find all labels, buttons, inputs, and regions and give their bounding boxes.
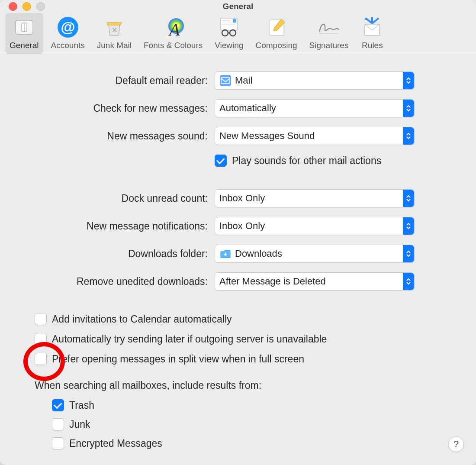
sound-label: New messages sound: [35,130,215,142]
popup-arrows-icon [403,127,414,145]
play-sounds-label: Play sounds for other mail actions [232,155,381,167]
remove-downloads-popup[interactable]: After Message is Deleted [215,272,415,291]
tab-viewing[interactable]: Viewing [210,13,248,54]
popup-value: Inbox Only [219,220,265,232]
svg-rect-9 [233,19,236,23]
tab-label: General [10,41,39,50]
search-results-heading: When searching all mailboxes, include re… [35,380,441,391]
auto-retry-send-checkbox[interactable] [35,333,47,345]
tab-accounts[interactable]: @ Accounts [47,13,89,54]
tab-label: Signatures [309,41,349,50]
svg-point-14 [230,30,236,36]
popup-arrows-icon [403,245,414,262]
tab-label: Fonts & Colours [144,41,203,50]
tab-label: Viewing [215,41,243,50]
add-invitations-label: Add invitations to Calendar automaticall… [52,313,232,325]
notifications-popup[interactable]: Inbox Only [215,217,415,235]
svg-text:✕: ✕ [111,26,117,34]
default-reader-label: Default email reader: [35,75,215,87]
composing-icon [265,16,288,39]
downloads-folder-label: Downloads folder: [35,248,215,260]
prefer-split-view-checkbox[interactable] [35,353,47,365]
popup-arrows-icon [403,100,414,117]
check-messages-label: Check for new messages: [35,103,215,114]
include-encrypted-label: Encrypted Messages [69,438,162,449]
include-junk-label: Junk [69,419,90,430]
popup-value: Mail [235,75,252,86]
popup-value: Downloads [235,248,282,259]
tab-label: Accounts [51,41,85,50]
signature-icon [317,16,341,39]
tab-junk-mail[interactable]: ✕ Junk Mail [93,13,136,54]
dock-unread-label: Dock unread count: [35,193,215,204]
dock-unread-popup[interactable]: Inbox Only [215,189,415,207]
viewing-icon [217,16,241,39]
tab-rules[interactable]: Rules [356,13,388,54]
popup-arrows-icon [403,190,414,207]
tab-fonts-colours[interactable]: A Fonts & Colours [139,13,207,54]
switch-icon [13,16,36,39]
help-button[interactable]: ? [448,436,464,452]
trash-icon: ✕ [103,16,126,39]
downloads-folder-icon [219,248,232,260]
add-invitations-checkbox[interactable] [35,313,47,325]
tab-signatures[interactable]: Signatures [305,13,353,54]
mail-app-icon [219,74,232,87]
include-trash-label: Trash [69,400,94,411]
content-pane: Default email reader: Mail Check for new… [0,54,476,465]
include-trash-checkbox[interactable] [52,399,64,411]
remove-downloads-label: Remove unedited downloads: [35,276,215,287]
svg-text:A: A [168,20,180,38]
window-title: General [0,2,476,11]
svg-text:@: @ [61,19,75,35]
popup-value: After Message is Deleted [219,276,326,287]
preferences-window: General General @ Accounts [0,0,476,465]
popup-arrows-icon [403,72,414,89]
tab-composing[interactable]: Composing [251,13,301,54]
play-sounds-checkbox[interactable] [215,155,227,167]
titlebar: General [0,0,476,13]
notifications-label: New message notifications: [35,220,215,232]
popup-value: New Messages Sound [219,130,315,142]
popup-arrows-icon [403,217,414,235]
include-encrypted-checkbox[interactable] [52,437,64,449]
tab-label: Rules [362,41,383,50]
tab-label: Composing [255,41,297,50]
popup-value: Automatically [219,103,276,114]
tab-label: Junk Mail [97,41,132,50]
include-junk-checkbox[interactable] [52,418,64,430]
rules-icon [360,16,384,39]
svg-rect-20 [220,75,231,86]
check-messages-popup[interactable]: Automatically [215,99,415,117]
fonts-colours-icon: A [161,16,185,39]
at-sign-icon: @ [56,16,80,39]
popup-arrows-icon [403,273,414,290]
sound-popup[interactable]: New Messages Sound [215,127,415,145]
default-reader-popup[interactable]: Mail [215,71,415,90]
downloads-folder-popup[interactable]: Downloads [215,245,415,263]
auto-retry-send-label: Automatically try sending later if outgo… [52,333,327,345]
prefer-split-view-label: Prefer opening messages in split view wh… [52,353,304,365]
prefs-toolbar: General @ Accounts ✕ Junk Mail [0,13,476,54]
tab-general[interactable]: General [5,13,43,54]
svg-point-13 [222,30,228,36]
popup-value: Inbox Only [219,193,265,204]
